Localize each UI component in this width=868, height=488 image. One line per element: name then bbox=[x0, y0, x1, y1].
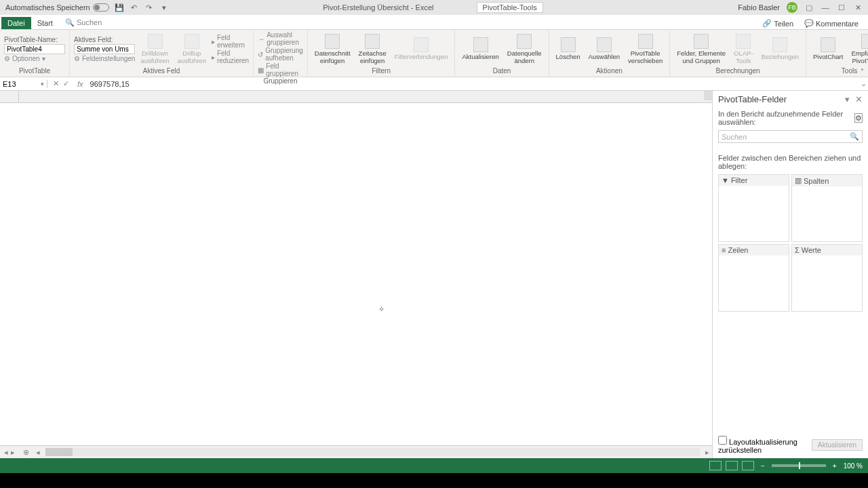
zoom-in-icon[interactable]: + bbox=[833, 462, 837, 470]
doc-title: Pivot-Erstellung Übersicht - Excel bbox=[323, 3, 433, 12]
collapse-ribbon-icon[interactable]: ˄ bbox=[861, 68, 864, 75]
autosave-toggle[interactable]: Automatisches Speichern bbox=[5, 3, 109, 12]
fx-icon[interactable]: fx bbox=[75, 80, 86, 88]
ribbon-tabs: Datei Start 🔍 Suchen 🔗 Teilen 💬 Kommenta… bbox=[0, 15, 868, 30]
cursor-marker: ✧ bbox=[378, 305, 384, 314]
task-pane-options-icon[interactable]: ▾ bbox=[845, 94, 850, 104]
update-button: Aktualisieren bbox=[812, 439, 863, 451]
formula-input[interactable]: 9697578,15 bbox=[86, 80, 859, 88]
field-pane-gear-icon[interactable]: ⚙ bbox=[854, 113, 863, 123]
select-button[interactable]: Auswählen bbox=[585, 36, 622, 62]
select-all-corner[interactable] bbox=[0, 91, 19, 102]
search-icon: 🔍 bbox=[850, 132, 859, 141]
name-box[interactable]: E13▾ bbox=[0, 80, 47, 88]
zoom-level[interactable]: 100 % bbox=[844, 462, 863, 470]
pivotchart-button[interactable]: PivotChart bbox=[810, 36, 846, 62]
expand-formula-icon[interactable]: ⌄ bbox=[859, 79, 868, 88]
vertical-scrollbar[interactable] bbox=[704, 91, 712, 100]
fields-items-button[interactable]: Felder, Elemente und Gruppen bbox=[674, 33, 728, 66]
new-sheet-icon[interactable]: ⊕ bbox=[19, 448, 33, 456]
sheet-tabs: ◂▸ ⊕ ◂ ▸ bbox=[0, 445, 712, 458]
collapse-field: ▸ Feld reduzieren bbox=[212, 49, 249, 64]
user-avatar[interactable]: FB bbox=[787, 2, 797, 13]
title-bar: Automatisches Speichern 💾 ↶ ↷ ▾ Pivot-Er… bbox=[0, 0, 868, 15]
accept-formula-icon[interactable]: ✓ bbox=[63, 79, 69, 88]
hscroll-right-icon[interactable]: ▸ bbox=[703, 448, 712, 456]
undo-icon[interactable]: ↶ bbox=[130, 3, 139, 12]
area-columns[interactable]: ▥ Spalten bbox=[791, 174, 863, 242]
group-selection: → Auswahl gruppieren bbox=[258, 31, 303, 46]
insert-slicer-button[interactable]: Datenschnitt einfügen bbox=[312, 33, 353, 66]
hscroll-left-icon[interactable]: ◂ bbox=[33, 448, 43, 456]
refresh-button[interactable]: Aktualisieren bbox=[459, 36, 501, 62]
contextual-tools: PivotTable-Tools bbox=[477, 2, 543, 13]
field-settings-button[interactable]: ⚙ Feldeinstellungen bbox=[74, 55, 135, 62]
redo-icon[interactable]: ↷ bbox=[144, 3, 154, 12]
expand-field: ▸ Feld erweitern bbox=[212, 34, 249, 49]
ribbon-display-icon[interactable]: ▢ bbox=[804, 3, 814, 12]
ungroup: ↺ Gruppierung aufheben bbox=[258, 47, 303, 62]
comments-button[interactable]: 💬 Kommentare bbox=[800, 18, 863, 29]
pivot-name-input[interactable]: PivotTable4 bbox=[4, 44, 65, 54]
clear-button[interactable]: Löschen bbox=[553, 36, 583, 62]
status-bar: − + 100 % bbox=[0, 458, 868, 473]
active-field-input[interactable]: Summe von Ums bbox=[74, 44, 135, 54]
options-button[interactable]: ⚙ Optionen ▾ bbox=[4, 55, 65, 62]
page-layout-view-icon[interactable] bbox=[726, 461, 738, 470]
horizontal-scrollbar[interactable] bbox=[45, 448, 700, 456]
area-rows[interactable]: ≡ Zeilen bbox=[718, 244, 789, 312]
search-tab[interactable]: 🔍 Suchen bbox=[59, 16, 108, 29]
zoom-out-icon[interactable]: − bbox=[761, 462, 765, 470]
recommended-pivot-button[interactable]: Empfohlene PivotTables bbox=[848, 33, 868, 66]
tab-nav-prev-icon[interactable]: ◂ bbox=[4, 448, 8, 456]
user-name: Fabio Basler bbox=[738, 3, 780, 12]
field-search-input[interactable]: Suchen🔍 bbox=[718, 130, 863, 143]
area-values[interactable]: Σ Werte bbox=[791, 244, 863, 312]
ribbon: PivotTable-Name: PivotTable4 ⚙ Optionen … bbox=[0, 30, 868, 77]
normal-view-icon[interactable] bbox=[709, 461, 722, 470]
tab-start[interactable]: Start bbox=[31, 17, 59, 29]
insert-timeline-button[interactable]: Zeitachse einfügen bbox=[356, 33, 389, 66]
cancel-formula-icon[interactable]: ✕ bbox=[53, 79, 59, 88]
close-pane-icon[interactable]: ✕ bbox=[855, 94, 863, 104]
move-pivot-button[interactable]: PivotTable verschieben bbox=[625, 33, 665, 66]
share-button[interactable]: 🔗 Teilen bbox=[758, 18, 797, 29]
area-filter[interactable]: ▼ Filter bbox=[718, 174, 789, 242]
pivot-field-pane: PivotTable-Felder ▾✕ In den Bericht aufz… bbox=[712, 91, 868, 458]
close-icon[interactable]: ✕ bbox=[853, 3, 863, 12]
drillup-button: Drillup ausführen bbox=[175, 33, 209, 66]
olap-tools-button: OLAP- Tools bbox=[731, 33, 756, 66]
field-pane-title: PivotTable-Felder bbox=[718, 94, 787, 104]
filter-connections-button: Filterverbindungen bbox=[392, 36, 451, 62]
group-field: ▦ Feld gruppieren bbox=[258, 62, 303, 77]
relations-button: Beziehungen bbox=[759, 36, 802, 62]
tab-file[interactable]: Datei bbox=[1, 17, 31, 29]
zoom-slider[interactable] bbox=[772, 464, 826, 467]
qat-more-icon[interactable]: ▾ bbox=[159, 3, 169, 12]
maximize-icon[interactable]: ☐ bbox=[837, 3, 846, 12]
page-break-view-icon[interactable] bbox=[742, 461, 754, 470]
tab-nav-next-icon[interactable]: ▸ bbox=[11, 448, 15, 456]
minimize-icon[interactable]: — bbox=[821, 3, 830, 12]
defer-layout-checkbox[interactable]: Layoutaktualisierung zurückstellen bbox=[718, 436, 812, 454]
change-source-button[interactable]: Datenquelle ändern bbox=[505, 33, 545, 66]
formula-bar: E13▾ ✕✓ fx 9697578,15 ⌄ bbox=[0, 77, 868, 91]
drilldown-button: Drilldown ausführen bbox=[138, 33, 172, 66]
save-icon[interactable]: 💾 bbox=[115, 3, 124, 12]
